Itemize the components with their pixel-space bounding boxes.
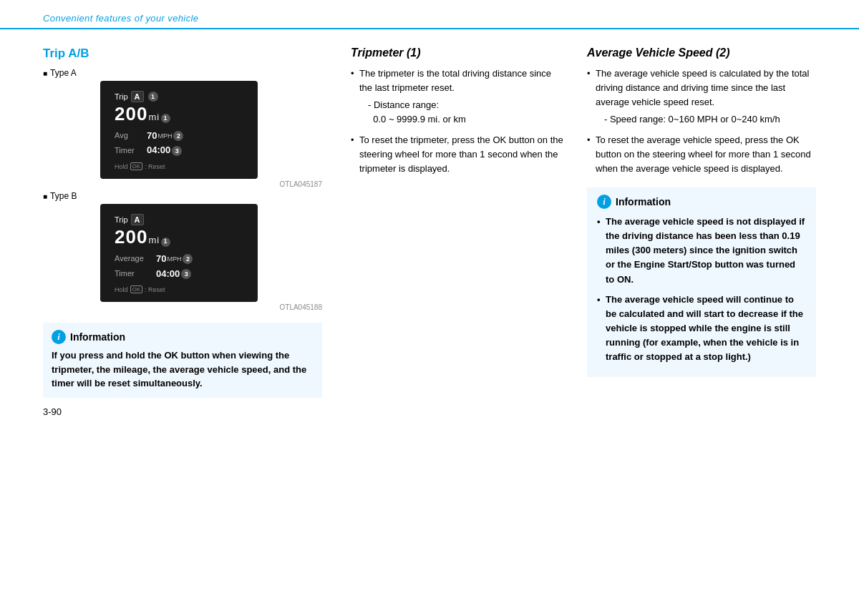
cluster-type-b: Trip A 200mi1 Average 70 MPH 2 Timer 04:… bbox=[100, 204, 258, 302]
type-a-label: Type A bbox=[43, 68, 322, 78]
cluster-b-trip-label: Trip bbox=[115, 215, 128, 224]
cluster-a-avg-value: 70 bbox=[147, 129, 157, 144]
cluster-b-ok-box: OK bbox=[130, 285, 143, 293]
tripmeter-bullet-2: To reset the tripmeter, press the OK but… bbox=[351, 133, 566, 176]
left-info-title: Information bbox=[70, 331, 125, 343]
left-info-header: i Information bbox=[52, 330, 314, 344]
cluster-b-circle2: 2 bbox=[183, 254, 193, 264]
cluster-a-circle1: 1 bbox=[148, 92, 158, 102]
left-info-box: i Information If you press and hold the … bbox=[43, 323, 322, 398]
avg-speed-bullets: The average vehicle speed is calculated … bbox=[587, 67, 816, 176]
cluster-b-circle3: 3 bbox=[181, 269, 191, 279]
tripmeter-bullet-2-text: To reset the tripmeter, press the OK but… bbox=[359, 135, 563, 174]
cluster-a-trip-label: Trip bbox=[115, 92, 128, 101]
avg-speed-bullet-2: To reset the average vehicle speed, pres… bbox=[587, 133, 816, 176]
trip-ab-title: Trip A/B bbox=[43, 47, 322, 61]
cluster-a-circle3: 3 bbox=[172, 146, 182, 156]
avg-speed-bullet-2-text: To reset the average vehicle speed, pres… bbox=[596, 135, 811, 174]
cluster-b-odo-value: 200 bbox=[115, 227, 147, 248]
cluster-b-otla: OTLA045188 bbox=[43, 303, 322, 311]
tripmeter-title: Tripmeter (1) bbox=[351, 47, 566, 59]
right-info-bullets: The average vehicle speed is not display… bbox=[597, 215, 806, 364]
tripmeter-bullet-1-sub: - Distance range: 0.0 ~ 9999.9 mi. or km bbox=[359, 98, 566, 127]
right-info-title: Information bbox=[616, 196, 671, 207]
tripmeter-bullet-1: The tripmeter is the total driving dista… bbox=[351, 67, 566, 127]
avg-speed-bullet-1-sub: - Speed range: 0~160 MPH or 0~240 km/h bbox=[596, 112, 816, 127]
cluster-a-odometer: 200mi1 bbox=[115, 104, 243, 124]
cluster-a-circle-odo: 1 bbox=[161, 114, 170, 123]
cluster-b-avg-unit: MPH bbox=[167, 254, 181, 264]
tripmeter-bullet-1-text: The tripmeter is the total driving dista… bbox=[359, 68, 551, 93]
cluster-a-ok-box: OK bbox=[130, 162, 143, 170]
page-header: Convenient features of your vehicle bbox=[0, 0, 859, 29]
left-column: Trip A/B Type A Trip A 1 200mi1 Avg 70 M… bbox=[43, 47, 344, 417]
info-icon-right: i bbox=[597, 195, 611, 209]
right-info-bullet-2-text: The average vehicle speed will continue … bbox=[606, 294, 803, 363]
cluster-b-timer-label: Timer bbox=[115, 268, 156, 280]
cluster-b-mi-label: mi bbox=[148, 235, 160, 245]
cluster-a-circle2: 2 bbox=[173, 131, 183, 141]
cluster-type-a: Trip A 1 200mi1 Avg 70 MPH 2 Timer 04:00… bbox=[100, 81, 258, 179]
right-info-bullet-1-text: The average vehicle speed is not display… bbox=[606, 216, 805, 285]
cluster-b-reset-row: Hold OK : Reset bbox=[115, 285, 243, 293]
cluster-a-reset-label: : Reset bbox=[145, 163, 165, 170]
right-info-bullet-2: The average vehicle speed will continue … bbox=[597, 293, 806, 365]
content-area: Trip A/B Type A Trip A 1 200mi1 Avg 70 M… bbox=[0, 29, 859, 431]
avg-speed-bullet-1: The average vehicle speed is calculated … bbox=[587, 67, 816, 127]
cluster-a-timer-row: Timer 04:00 3 bbox=[115, 143, 243, 158]
cluster-a-trip-box: A bbox=[131, 91, 144, 102]
cluster-b-avg-row: Average 70 MPH 2 bbox=[115, 252, 243, 267]
cluster-b-timer-row: Timer 04:00 3 bbox=[115, 267, 243, 282]
left-info-body: If you press and hold the OK button when… bbox=[52, 348, 314, 391]
right-info-header: i Information bbox=[597, 195, 806, 209]
info-icon-left: i bbox=[52, 330, 66, 344]
cluster-b-odometer: 200mi1 bbox=[115, 227, 243, 248]
cluster-a-odo-value: 200 bbox=[115, 104, 147, 124]
right-info-box: i Information The average vehicle speed … bbox=[587, 187, 816, 377]
cluster-b-trip-box: A bbox=[131, 214, 144, 225]
cluster-a-avg-row: Avg 70 MPH 2 bbox=[115, 129, 243, 144]
page-number: 3-90 bbox=[43, 406, 322, 417]
right-column: Average Vehicle Speed (2) The average ve… bbox=[587, 47, 816, 417]
cluster-a-reset-row: Hold OK : Reset bbox=[115, 162, 243, 170]
cluster-b-reset-label: : Reset bbox=[145, 286, 165, 293]
middle-column: Tripmeter (1) The tripmeter is the total… bbox=[344, 47, 587, 417]
cluster-a-mi-label: mi bbox=[148, 112, 160, 122]
cluster-a-avg-label: Avg bbox=[115, 129, 147, 142]
cluster-b-hold-label: Hold bbox=[115, 286, 128, 293]
avg-speed-bullet-1-text: The average vehicle speed is calculated … bbox=[596, 68, 809, 107]
tripmeter-bullets: The tripmeter is the total driving dista… bbox=[351, 67, 566, 176]
cluster-a-trip-row: Trip A 1 bbox=[115, 91, 243, 102]
type-b-label: Type B bbox=[43, 191, 322, 201]
cluster-b-circle-odo: 1 bbox=[161, 238, 170, 247]
cluster-b-avg-value: 70 bbox=[156, 252, 166, 267]
cluster-b-timer-value: 04:00 bbox=[156, 267, 180, 282]
cluster-b-trip-row: Trip A bbox=[115, 214, 243, 225]
cluster-b-avg-label: Average bbox=[115, 253, 156, 265]
cluster-a-timer-value: 04:00 bbox=[147, 143, 170, 158]
right-info-bullet-1: The average vehicle speed is not display… bbox=[597, 215, 806, 287]
cluster-a-timer-label: Timer bbox=[115, 145, 147, 157]
cluster-a-hold-label: Hold bbox=[115, 163, 128, 170]
cluster-a-otla: OTLA045187 bbox=[43, 180, 322, 188]
header-title: Convenient features of your vehicle bbox=[43, 13, 816, 28]
cluster-a-info: Avg 70 MPH 2 Timer 04:00 3 bbox=[115, 129, 243, 159]
cluster-a-avg-unit: MPH bbox=[157, 131, 172, 141]
avg-speed-title: Average Vehicle Speed (2) bbox=[587, 47, 816, 59]
cluster-b-info: Average 70 MPH 2 Timer 04:00 3 bbox=[115, 252, 243, 282]
